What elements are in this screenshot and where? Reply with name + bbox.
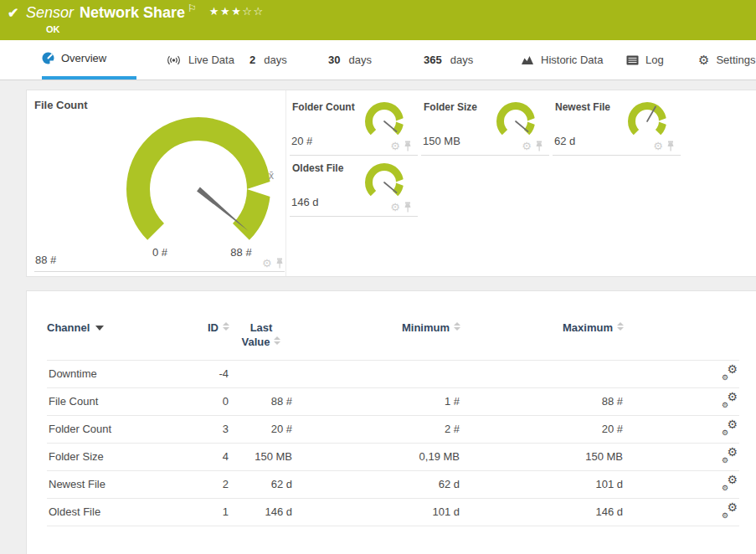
gauge-current-value: 146 d [291,196,319,208]
gear-icon: ⚙ [727,501,738,513]
gauge-icon [42,52,54,64]
channel-maximum: 146 d [460,498,624,526]
channel-id: -4 [202,360,229,387]
tab-overview[interactable]: Overview [42,40,136,80]
table-row-folder-size: Folder Size 4 150 MB 0,19 MB 150 MB ⚙⚙ [47,443,739,470]
channel-minimum: 0,19 MB [293,443,460,470]
pin-icon[interactable] [404,202,412,213]
tab-settings[interactable]: ⚙ Settings [698,40,755,80]
channel-last-value: 88 # [229,387,293,415]
column-header-id[interactable]: ID [202,321,229,360]
column-header-channel[interactable]: Channel [47,321,202,360]
gear-icon: ⚙ [698,54,709,66]
gauge-title: File Count [34,99,88,111]
gauge-title: Oldest File [292,162,343,174]
flag-icon[interactable]: ⚐ [188,3,197,14]
tab-number: 365 [424,54,442,66]
sensor-type-label: Sensor [26,4,74,21]
gear-icon: ⚙ [727,474,738,485]
channel-settings-icon[interactable]: ⚙⚙ [722,393,738,408]
gauge-settings-gear-icon[interactable]: ⚙ [262,258,272,269]
tab-label: Historic Data [541,54,603,66]
channel-minimum [293,360,460,387]
channel-last-value: 146 d [229,498,293,526]
column-header-minimum[interactable]: Minimum [293,321,460,360]
pin-icon[interactable] [535,141,543,151]
tab-live-data[interactable]: Live Data [166,40,234,80]
pin-icon[interactable] [404,141,412,151]
table-row-downtime: Downtime -4 ⚙⚙ [47,360,739,387]
channel-maximum: 101 d [460,470,624,498]
gauge-current-value: 20 # [291,135,312,147]
tab-2-days[interactable]: 2 days [249,40,287,80]
tab-label: Settings [716,54,755,66]
gear-icon-small: ⚙ [722,457,728,464]
priority-stars[interactable]: ★★★☆☆ [209,5,265,18]
channel-minimum: 1 # [293,387,460,415]
channel-id: 4 [202,443,229,470]
column-label: Last [250,321,273,334]
column-label: Maximum [563,321,613,334]
sensor-status-text: OK [46,24,60,34]
column-header-last-value[interactable]: Last Value [229,321,293,360]
gauge-settings-gear-icon[interactable]: ⚙ [653,141,663,151]
gauge-folder-size: Folder Size 150 MB ⚙ [421,95,549,156]
gear-icon-small: ⚙ [722,429,728,437]
tab-log[interactable]: Log [626,40,664,80]
channel-settings-icon[interactable]: ⚙⚙ [722,421,738,435]
newest-file-gauge-dial [625,100,669,143]
column-label: Channel [47,321,90,334]
gauge-current-value: 88 # [35,254,56,266]
channel-settings-icon[interactable]: ⚙⚙ [722,476,738,490]
tab-historic-data[interactable]: Historic Data [521,40,603,80]
tab-label: Log [645,54,664,66]
pin-icon[interactable] [275,258,284,269]
gear-icon: ⚙ [727,391,738,403]
gauge-title: Folder Size [424,101,477,113]
channel-name: Downtime [47,360,202,387]
channel-minimum: 2 # [293,415,460,443]
broadcast-icon [166,54,182,66]
average-marker: x̄ [269,170,274,182]
channel-last-value [229,360,293,387]
table-row-folder-count: Folder Count 3 20 # 2 # 20 # ⚙⚙ [47,415,739,443]
tab-30-days[interactable]: 30 days [328,40,372,80]
stars-filled: ★★★ [209,5,242,18]
tab-label: Live Data [188,54,234,66]
folder-size-gauge-dial [494,100,537,143]
sort-icon [454,322,460,331]
channel-settings-icon[interactable]: ⚙⚙ [722,504,738,518]
column-header-maximum[interactable]: Maximum [460,321,624,360]
gauge-settings-gear-icon[interactable]: ⚙ [390,202,400,213]
gauge-title: Newest File [555,101,610,113]
tab-bar: Overview Live Data 2 days 30 days 365 da… [0,40,756,80]
channel-settings-icon[interactable]: ⚙⚙ [722,449,738,463]
tab-365-days[interactable]: 365 days [424,40,473,80]
channel-maximum: 20 # [460,415,624,443]
channel-id: 0 [202,387,229,415]
tab-number: 2 [249,54,255,66]
channel-maximum: 88 # [460,387,624,415]
pin-icon[interactable] [666,141,675,151]
channel-name: File Count [47,387,202,415]
area-chart-icon [521,54,534,65]
gauge-settings-gear-icon[interactable]: ⚙ [522,141,532,151]
tab-label: Overview [61,52,106,64]
gear-icon: ⚙ [727,418,738,430]
channel-maximum: 150 MB [460,443,624,470]
divider [34,271,285,272]
gear-icon-small: ⚙ [722,374,728,382]
column-label: Minimum [402,321,450,334]
sort-icon [274,336,280,345]
gauge-file-count: File Count x̄ 0 # 88 # 88 # ⚙ [27,90,286,276]
tab-number: 30 [328,54,340,66]
gauge-settings-gear-icon[interactable]: ⚙ [390,141,400,151]
channel-settings-icon[interactable]: ⚙⚙ [722,366,738,380]
gauge-newest-file: Newest File 62 d ⚙ [553,95,681,156]
oldest-file-gauge-dial [363,161,406,204]
gauges-panel: File Count x̄ 0 # 88 # 88 # ⚙ Folder Cou… [26,90,756,277]
channel-id: 1 [202,498,229,526]
gauge-scale-min: 0 # [141,246,178,259]
sensor-name[interactable]: Network Share [80,4,185,21]
channel-id: 2 [202,470,229,498]
